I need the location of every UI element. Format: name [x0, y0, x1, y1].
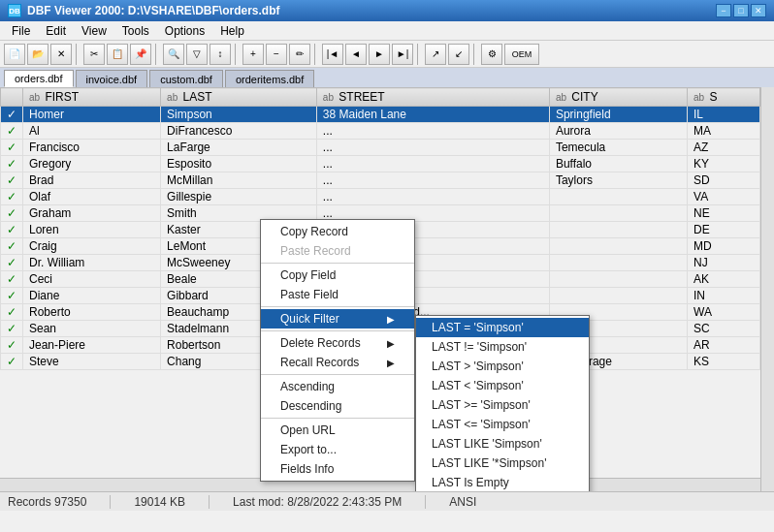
col-header-street[interactable]: ab STREET: [316, 88, 549, 107]
ctx-sep3: [261, 330, 414, 331]
table-row[interactable]: ✓ Gregory Esposito ... Buffalo KY: [1, 156, 760, 172]
filter-lte[interactable]: LAST <= 'Simpson': [416, 415, 589, 434]
filter-like[interactable]: LAST LIKE 'Simpson': [416, 434, 589, 454]
tb-prev[interactable]: ◄: [345, 44, 367, 65]
ctx-delete-records[interactable]: Delete Records ▶: [261, 333, 414, 353]
col-header-check[interactable]: [1, 88, 23, 107]
row-state: NE: [688, 205, 760, 222]
status-div1: [110, 495, 111, 509]
row-city: Buffalo: [549, 156, 687, 172]
tb-first[interactable]: |◄: [322, 44, 343, 65]
ctx-quick-filter[interactable]: Quick Filter ▶: [261, 309, 414, 329]
tb-sep1: [76, 44, 80, 65]
table-row[interactable]: ✓ Homer Simpson 38 Maiden Lane Springfie…: [1, 107, 760, 123]
tab-orders[interactable]: orders.dbf: [4, 70, 74, 87]
menu-help[interactable]: Help: [212, 22, 252, 40]
row-first: Francisco: [23, 140, 161, 156]
ctx-copy-field[interactable]: Copy Field: [261, 266, 414, 285]
row-state: SC: [688, 321, 760, 337]
tb-sep5: [417, 44, 421, 65]
submenu-arrow: ▶: [387, 314, 395, 325]
table-row[interactable]: ✓ Brad McMillan ... Taylors SD: [1, 172, 760, 189]
menu-edit[interactable]: Edit: [38, 22, 74, 40]
main-area: ab FIRST ab LAST ab STREET ab CITY ab S …: [0, 87, 774, 491]
tb-oem[interactable]: OEM: [504, 44, 539, 65]
tb-find[interactable]: 🔍: [163, 44, 184, 65]
table-row[interactable]: ✓ Francisco LaFarge ... Temecula AZ: [1, 140, 760, 156]
tb-last[interactable]: ►|: [392, 44, 413, 65]
tb-export[interactable]: ↗: [425, 44, 446, 65]
row-city: [549, 222, 687, 238]
menu-tools[interactable]: Tools: [114, 22, 157, 40]
row-first: Brad: [23, 172, 161, 189]
tb-sort[interactable]: ↕: [210, 44, 231, 65]
tb-sep6: [473, 44, 477, 65]
tb-edit[interactable]: ✏: [289, 44, 310, 65]
tb-sep2: [155, 44, 159, 65]
col-header-last[interactable]: ab LAST: [161, 88, 317, 107]
row-city: [549, 255, 687, 271]
row-check: ✓: [1, 189, 23, 205]
row-check: ✓: [1, 222, 23, 238]
ctx-copy-record[interactable]: Copy Record: [261, 222, 414, 241]
row-check: ✓: [1, 321, 23, 337]
tb-copy[interactable]: 📋: [107, 44, 128, 65]
tb-cut[interactable]: ✂: [83, 44, 105, 65]
delete-submenu-arrow: ▶: [387, 338, 395, 349]
table-row[interactable]: ✓ Olaf Gillespie ... VA: [1, 189, 760, 205]
menu-file[interactable]: File: [4, 22, 38, 40]
tb-new[interactable]: 📄: [4, 44, 25, 65]
row-first: Al: [23, 123, 161, 140]
tb-open[interactable]: 📂: [27, 44, 48, 65]
tb-next[interactable]: ►: [369, 44, 390, 65]
menu-options[interactable]: Options: [157, 22, 212, 40]
filter-neq[interactable]: LAST != 'Simpson': [416, 337, 589, 357]
col-header-city[interactable]: ab CITY: [549, 88, 687, 107]
tab-orderitems[interactable]: orderitems.dbf: [225, 70, 314, 87]
row-last: DiFrancesco: [161, 123, 317, 140]
tb-paste[interactable]: 📌: [130, 44, 151, 65]
ctx-recall-records[interactable]: Recall Records ▶: [261, 353, 414, 372]
filter-gt[interactable]: LAST > 'Simpson': [416, 357, 589, 376]
tabs-bar: orders.dbf invoice.dbf custom.dbf orderi…: [0, 68, 774, 87]
tb-import[interactable]: ↙: [448, 44, 469, 65]
row-check: ✓: [1, 172, 23, 189]
ctx-open-url[interactable]: Open URL: [261, 421, 414, 440]
ctx-paste-field[interactable]: Paste Field: [261, 285, 414, 304]
maximize-button[interactable]: □: [733, 4, 749, 17]
row-city: [549, 271, 687, 288]
ctx-export-to[interactable]: Export to...: [261, 440, 414, 459]
ctx-sep1: [261, 263, 414, 264]
row-city: Aurora: [549, 123, 687, 140]
menu-view[interactable]: View: [74, 22, 114, 40]
minimize-button[interactable]: −: [716, 4, 731, 17]
close-button[interactable]: ✕: [751, 4, 766, 17]
tb-settings[interactable]: ⚙: [481, 44, 502, 65]
filter-eq[interactable]: LAST = 'Simpson': [416, 318, 589, 337]
row-check: ✓: [1, 255, 23, 271]
col-header-first[interactable]: ab FIRST: [23, 88, 161, 107]
row-last: Esposito: [161, 156, 317, 172]
ctx-fields-info[interactable]: Fields Info: [261, 459, 414, 479]
ctx-ascending[interactable]: Ascending: [261, 377, 414, 396]
tab-invoice[interactable]: invoice.dbf: [76, 70, 148, 87]
col-header-state[interactable]: ab S: [688, 88, 760, 107]
tb-close[interactable]: ✕: [50, 44, 72, 65]
row-city: [549, 189, 687, 205]
ctx-descending[interactable]: Descending: [261, 396, 414, 416]
filter-like-star[interactable]: LAST LIKE '*Simpson': [416, 454, 589, 473]
table-row[interactable]: ✓ Al DiFrancesco ... Aurora MA: [1, 123, 760, 140]
ctx-paste-record[interactable]: Paste Record: [261, 241, 414, 261]
row-first: Sean: [23, 321, 161, 337]
status-bar: Records 97350 19014 KB Last mod: 8/28/20…: [0, 491, 774, 511]
tab-custom[interactable]: custom.dbf: [149, 70, 223, 87]
filter-lt[interactable]: LAST < 'Simpson': [416, 376, 589, 395]
tb-add[interactable]: +: [242, 44, 264, 65]
filter-is-empty[interactable]: LAST Is Empty: [416, 473, 589, 491]
filter-gte[interactable]: LAST >= 'Simpson': [416, 395, 589, 415]
vertical-scrollbar[interactable]: [760, 87, 774, 491]
row-street: ...: [316, 189, 549, 205]
row-check: ✓: [1, 123, 23, 140]
tb-filter[interactable]: ▽: [186, 44, 208, 65]
tb-delete[interactable]: −: [266, 44, 287, 65]
